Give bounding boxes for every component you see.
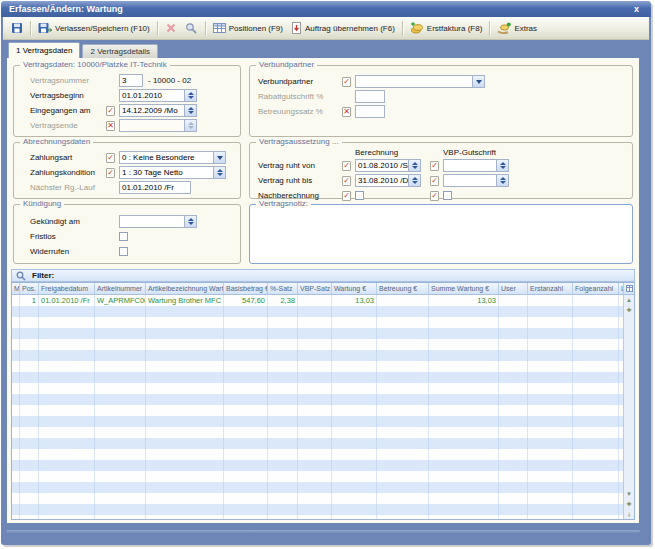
- grid-empty-row[interactable]: [12, 405, 623, 416]
- checkmark-icon[interactable]: ✓: [430, 191, 439, 201]
- grid-column-header[interactable]: Erstanzahl: [528, 283, 573, 295]
- nachberechnung-berechnung-checkbox[interactable]: [355, 191, 364, 200]
- betreuungssatz-input[interactable]: [355, 105, 385, 118]
- grid-empty-row[interactable]: [12, 460, 623, 471]
- ruht-bis-vbp-spinner[interactable]: [497, 174, 509, 187]
- vertragsnummer-input[interactable]: 3: [119, 74, 143, 87]
- checkmark-icon[interactable]: ✓: [342, 191, 351, 201]
- grid-empty-row[interactable]: [12, 306, 623, 317]
- vertragsende-input[interactable]: [119, 119, 185, 132]
- ruht-von-spinner[interactable]: [409, 159, 421, 172]
- gekuendigt-input[interactable]: [119, 215, 185, 228]
- grid-empty-row[interactable]: [12, 383, 623, 394]
- extras-button[interactable]: Extras: [493, 20, 541, 36]
- ruht-von-vbp-spinner[interactable]: [497, 159, 509, 172]
- tab-vertragsdetails[interactable]: 2 Vertragsdetails: [82, 44, 158, 58]
- grid-column-header[interactable]: Artikelbezeichnung Wartung: [146, 283, 224, 295]
- scroll-up-icon[interactable]: ▲: [624, 295, 635, 305]
- zahlungskondition-select[interactable]: 1 : 30 Tage Netto: [119, 166, 214, 179]
- grid-column-header[interactable]: Basisbetrag €: [224, 283, 268, 295]
- filter-magnifier-icon[interactable]: [16, 271, 26, 281]
- grid-empty-row[interactable]: [12, 515, 623, 519]
- last-row-icon[interactable]: ⤓: [624, 509, 635, 519]
- scroll-down-icon[interactable]: ▼: [624, 489, 635, 499]
- grid-column-header[interactable]: M: [12, 283, 20, 295]
- grid-empty-row[interactable]: [12, 504, 623, 515]
- vertragsbeginn-input[interactable]: 01.01.2010: [119, 89, 185, 102]
- gekuendigt-spinner[interactable]: [185, 215, 197, 228]
- grid-column-header[interactable]: Wartung €: [332, 283, 377, 295]
- positions-button[interactable]: Positionen (F9): [209, 20, 287, 36]
- grid-row[interactable]: 101.01.2010 /FrW_APRMFC000Wartung Brothe…: [12, 295, 623, 306]
- grid-empty-row[interactable]: [12, 482, 623, 493]
- clear-x-icon[interactable]: ✕: [342, 107, 351, 117]
- ruht-von-berechnung-input[interactable]: 01.08.2010 /So: [355, 159, 409, 172]
- checkmark-icon[interactable]: ✓: [342, 176, 351, 186]
- rglauf-input[interactable]: 01.01.2010 /Fr: [119, 181, 191, 194]
- grid-cell: [224, 383, 268, 394]
- checkmark-icon[interactable]: ✓: [430, 176, 439, 186]
- checkmark-icon[interactable]: ✓: [106, 106, 115, 116]
- grid-empty-row[interactable]: [12, 416, 623, 427]
- grid-empty-row[interactable]: [12, 328, 623, 339]
- ruht-bis-spinner[interactable]: [409, 174, 421, 187]
- save-button[interactable]: [7, 20, 27, 36]
- grid-column-header[interactable]: Folgeanzahl: [573, 283, 619, 295]
- ruht-bis-berechnung-input[interactable]: 31.08.2010 /Di: [355, 174, 409, 187]
- eingegangen-input[interactable]: 14.12.2009 /Mo: [119, 104, 185, 117]
- append-row-icon[interactable]: ✚: [624, 305, 635, 315]
- verbundpartner-select[interactable]: [355, 75, 473, 88]
- grid-scrollbar[interactable]: ▲ ✚ ▼ ✚ ⤓: [623, 283, 634, 519]
- grid-empty-row[interactable]: [12, 372, 623, 383]
- grid-column-header[interactable]: Summe Wartung €: [429, 283, 499, 295]
- grid-empty-row[interactable]: [12, 427, 623, 438]
- grid-column-header[interactable]: Betreuung €: [377, 283, 429, 295]
- zahlungskondition-spinner[interactable]: [214, 166, 226, 179]
- grid-empty-row[interactable]: [12, 317, 623, 328]
- ruht-bis-vbp-input[interactable]: [443, 174, 497, 187]
- grid-column-header[interactable]: Pos.: [20, 283, 39, 295]
- take-order-button[interactable]: Auftrag übernehmen (F6): [287, 20, 399, 36]
- first-invoice-button[interactable]: Erstfaktura (F8): [406, 20, 487, 36]
- append-row-icon[interactable]: ✚: [624, 499, 635, 509]
- close-button[interactable]: x: [630, 4, 643, 14]
- grid-empty-row[interactable]: [12, 449, 623, 460]
- widerrufen-checkbox[interactable]: [119, 247, 128, 256]
- grid-empty-row[interactable]: [12, 493, 623, 504]
- clear-x-icon[interactable]: ✕: [106, 121, 115, 131]
- fristlos-checkbox[interactable]: [119, 232, 128, 241]
- checkmark-icon[interactable]: ✓: [106, 168, 115, 178]
- checkmark-icon[interactable]: ✓: [342, 77, 351, 87]
- grid-column-header[interactable]: VBP-Satz: [298, 283, 332, 295]
- grid-empty-row[interactable]: [12, 339, 623, 350]
- grid-empty-row[interactable]: [12, 350, 623, 361]
- grid-empty-row[interactable]: [12, 471, 623, 482]
- title-bar[interactable]: Erfassen/Ändern: Wartung x: [1, 1, 651, 17]
- chevron-down-icon[interactable]: [214, 151, 226, 164]
- grid-empty-row[interactable]: [12, 394, 623, 405]
- grid-empty-row[interactable]: [12, 361, 623, 372]
- rabattgutschrift-input[interactable]: [355, 90, 385, 103]
- grid-column-header[interactable]: %-Satz: [268, 283, 298, 295]
- ruht-von-vbp-input[interactable]: [443, 159, 497, 172]
- chevron-down-icon[interactable]: [473, 75, 485, 88]
- vertragsbeginn-spinner[interactable]: [185, 89, 197, 102]
- verbundpartner-label: Verbundpartner: [258, 77, 342, 86]
- leave-save-button[interactable]: Verlassen/Speichern (F10): [34, 20, 154, 36]
- grid-column-header[interactable]: Freigabedatum: [39, 283, 95, 295]
- checkmark-icon[interactable]: ✓: [342, 161, 351, 171]
- grid-column-header[interactable]: Artikelnummer: [95, 283, 146, 295]
- grid-cell: [377, 416, 429, 427]
- vertragsnotiz-textarea[interactable]: [254, 209, 628, 259]
- preview-button[interactable]: [181, 20, 202, 36]
- column-chooser-icon[interactable]: [624, 283, 635, 295]
- eingegangen-spinner[interactable]: [185, 104, 197, 117]
- zahlungsart-select[interactable]: 0 : Keine Besondere: [119, 151, 214, 164]
- grid-empty-row[interactable]: [12, 438, 623, 449]
- checkmark-icon[interactable]: ✓: [430, 161, 439, 171]
- nachberechnung-vbp-checkbox[interactable]: [443, 191, 452, 200]
- grid-column-header[interactable]: User: [499, 283, 528, 295]
- checkmark-icon[interactable]: ✓: [106, 153, 115, 163]
- tab-vertragsdaten[interactable]: 1 Vertragsdaten: [8, 42, 80, 58]
- delete-button[interactable]: [161, 20, 181, 36]
